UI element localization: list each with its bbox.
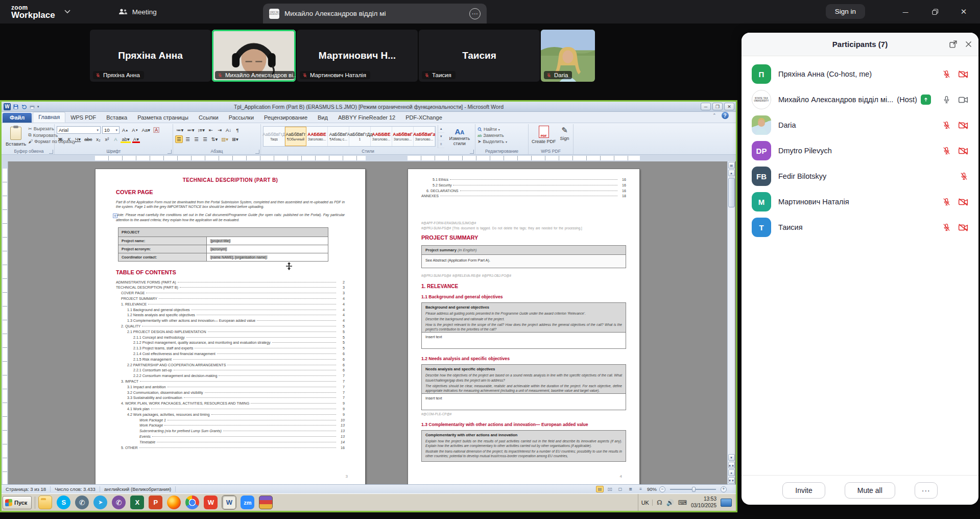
underline-button[interactable]: Ч▾ [74, 135, 82, 143]
participant-row[interactable]: STATE TAX UNIVERSITY Михайло Александров… [742, 87, 978, 112]
taskbar-app-icon[interactable]: X [130, 496, 144, 509]
toc-entry[interactable]: Events 13 [116, 434, 345, 440]
video-tile-mykhailo-active-speaker[interactable]: Михайло Александров ві... [212, 30, 296, 82]
insert-text-field[interactable]: Insert text [422, 332, 626, 348]
outline-view-button[interactable]: ≣ [627, 486, 634, 492]
ribbon-tab[interactable]: Рассылки [224, 113, 259, 123]
collapse-ribbon-icon[interactable]: ⌃ [712, 113, 716, 118]
shading-button[interactable]: ▨▾ [220, 135, 229, 143]
toc-entry[interactable]: 2.1.5 Risk management 6 [116, 357, 345, 363]
word-restore-button[interactable]: ❐ [712, 103, 723, 110]
toc-entry[interactable]: 2.1.4 Cost effectiveness and financial m… [116, 351, 345, 357]
taskbar-app-icon[interactable]: W [204, 496, 218, 509]
mute-all-button[interactable]: Mute all [845, 482, 895, 499]
numbering-button[interactable]: ≕▾ [186, 126, 195, 134]
toc-entry[interactable]: 4.1 Work plan 9 [116, 407, 345, 412]
tab-meeting[interactable]: Meeting [112, 4, 163, 20]
toc-entry[interactable]: 2.2.2 Consortium management and decision… [116, 373, 345, 379]
borders-button[interactable]: ⊞▾ [231, 135, 240, 143]
zoom-slider[interactable] [670, 489, 716, 490]
toc-entry[interactable]: Work Package 1 10 [116, 418, 345, 423]
language-indicator[interactable]: UK [641, 500, 653, 506]
participant-row[interactable]: Daria [742, 112, 978, 138]
participant-row[interactable]: M Мартинович Наталія [742, 189, 978, 215]
toc-entry[interactable]: 5. OTHER 16 [116, 445, 345, 451]
font-color-button[interactable]: A▾ [132, 135, 140, 143]
ribbon-tab[interactable]: Вставка [101, 113, 132, 123]
participant-row[interactable]: T Таисия [742, 215, 978, 240]
print-preview-icon[interactable] [29, 104, 35, 110]
dialog-launcher-icon[interactable] [255, 150, 259, 154]
clock[interactable]: 13:53 03/10/2025 [691, 496, 716, 509]
tab-more-icon[interactable]: ⋯ [469, 8, 481, 19]
draft-view-button[interactable]: ≡ [637, 486, 644, 492]
mic-muted-icon[interactable] [942, 69, 951, 79]
taskbar-app-icon[interactable]: P [149, 496, 162, 509]
video-off-icon[interactable] [958, 70, 968, 79]
chevron-down-icon[interactable] [62, 7, 73, 17]
ribbon-tab[interactable]: Разметка страницы [132, 113, 194, 123]
subscript-button[interactable]: x₂ [94, 135, 102, 143]
invite-button[interactable]: Invite [782, 482, 825, 499]
window-close-button[interactable]: ✕ [949, 0, 978, 23]
line-spacing-button[interactable]: ⇅▾ [210, 135, 219, 143]
save-icon[interactable] [13, 104, 19, 110]
video-tile-martynovych[interactable]: Мартинович Н... Мартинович Наталія [297, 30, 418, 82]
italic-button[interactable]: К [65, 135, 73, 143]
toc-entry[interactable]: 2.1.2 Project management, quality assura… [116, 340, 345, 346]
toc-entry[interactable]: 1. RELEVANCE 4 [116, 302, 345, 308]
dialog-launcher-icon[interactable] [470, 150, 474, 154]
clear-formatting-button[interactable]: 🄰 [153, 126, 160, 134]
ribbon-tab[interactable]: Файл [3, 113, 32, 123]
bold-button[interactable]: Ж [57, 135, 64, 143]
ribbon-tab[interactable]: Вид [313, 113, 333, 123]
participant-row[interactable]: П Пряхіна Анна (Co-host, me) [742, 61, 978, 87]
taskbar-app-icon[interactable]: S [57, 496, 70, 509]
superscript-button[interactable]: x² [103, 135, 110, 143]
find-button[interactable]: Найти▾ [477, 127, 507, 132]
status-page-indicator[interactable]: Страница: 3 из 18 [2, 486, 51, 492]
taskbar-app-icon[interactable]: ➤ [93, 496, 107, 509]
mic-muted-icon[interactable] [942, 146, 951, 155]
toc-entry[interactable]: Subcontracting (n/a for prefixed Lump Su… [116, 429, 345, 434]
next-page-icon[interactable]: ▼▼ [728, 477, 735, 484]
dialog-launcher-icon[interactable] [49, 150, 53, 154]
ruler-toggle-icon[interactable]: ▤ [728, 162, 735, 169]
participant-row[interactable]: DP Dmytro Pilevych [742, 138, 978, 163]
web-layout-view-button[interactable]: ▢ [616, 486, 624, 492]
accessibility-tray-icon[interactable]: ☊ [657, 499, 662, 506]
style-item[interactable]: АаБбВвГгД Tags [264, 127, 285, 146]
window-minimize-button[interactable]: ─ [891, 0, 920, 23]
change-styles-button[interactable]: АА Изменить стили [446, 125, 473, 148]
mic-muted-icon[interactable] [942, 223, 951, 232]
zoom-slider-thumb[interactable] [692, 487, 696, 492]
taskbar-app-icon[interactable] [38, 496, 52, 509]
document-scrollbar[interactable]: ▤ ▲ ▼ ▲▲ ● ▼▼ [727, 161, 735, 484]
taskbar-app-icon[interactable]: ✆ [75, 496, 89, 509]
shrink-font-button[interactable]: А▼ [131, 126, 139, 134]
styles-gallery-scroll[interactable]: ▲▼≡ [438, 125, 444, 148]
style-item[interactable]: АаБбВвГа Заголово... [414, 127, 435, 146]
align-right-button[interactable]: ☰ [193, 135, 200, 143]
increase-indent-button[interactable]: ⇥ [216, 126, 223, 134]
toc-entry[interactable]: 1.2 Needs analysis and specific objectiv… [116, 313, 345, 318]
zoom-in-button[interactable]: + [721, 486, 727, 492]
toc-entry[interactable]: 3.1 Impact and ambition 7 [116, 385, 345, 390]
sort-button[interactable]: А↓ [225, 126, 232, 134]
dialog-launcher-icon[interactable] [168, 150, 172, 154]
style-item[interactable]: ААББВЕ Заголово... [306, 127, 328, 146]
scroll-up-icon[interactable]: ▲ [728, 170, 735, 176]
taskbar-app-icon[interactable] [167, 496, 181, 509]
pop-out-icon[interactable] [949, 40, 958, 49]
toc-entry[interactable]: 2.1.3 Project teams, staff and experts 5 [116, 346, 345, 351]
highlight-color-button[interactable]: ab▾ [121, 135, 130, 143]
toc-entry[interactable]: Work Package 13 [116, 423, 345, 429]
fullscreen-view-button[interactable]: ▯▯ [606, 486, 614, 492]
justify-button[interactable]: ☰ [202, 135, 209, 143]
word-app-icon[interactable]: W [4, 103, 11, 110]
toc-entry[interactable]: COVER PAGE 3 [116, 291, 345, 296]
ribbon-tab[interactable]: Ссылки [194, 113, 224, 123]
toc-entry[interactable]: 4.2 Work packages, activities, resources… [116, 412, 345, 418]
close-panel-icon[interactable] [965, 40, 972, 48]
toc-entry[interactable]: 2.1 PROJECT DESIGN AND IMPLEMENTATION 5 [116, 329, 345, 335]
